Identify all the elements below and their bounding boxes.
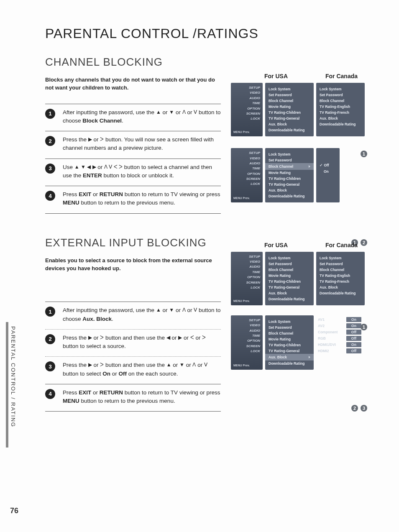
- osd-sidebar: SETUP VIDEO AUDIO TIME OPTION SCREEN LOC…: [231, 83, 263, 136]
- step-text: Press EXIT or RETURN button to return to…: [63, 190, 221, 207]
- step-bullet: 2: [45, 136, 55, 146]
- osd-badges: 1: [361, 324, 367, 330]
- osd-menu-row-2: SETUP VIDEO AUDIO TIME OPTION SCREEN LOC…: [231, 315, 369, 370]
- step-bullet: 1: [45, 307, 55, 317]
- step-bullet: 4: [45, 191, 55, 201]
- osd-menu-row-1: SETUP VIDEO AUDIO TIME OPTION SCREEN LOC…: [231, 83, 369, 136]
- ext-block-row: Enables you to select a source to block …: [0, 257, 399, 412]
- label-usa: For USA: [264, 242, 288, 248]
- ext-block-steps: 1 After inputting the password, use the …: [45, 302, 221, 412]
- step-bullet: 4: [45, 389, 55, 399]
- step-bullet: 3: [45, 164, 55, 174]
- step-bullet: 1: [45, 109, 55, 119]
- step: 3 Press the ▶ or ᐳ button and then use t…: [45, 356, 221, 384]
- step-text: Press the ▶ or ᐳ button. You will now se…: [63, 136, 221, 153]
- region-labels: For USA For Canada: [264, 73, 369, 79]
- osd-menu-row-2: SETUP VIDEO AUDIO TIME OPTION SCREEN LOC…: [231, 148, 369, 202]
- step-bullet: 3: [45, 361, 55, 371]
- osd-usa-panel: Lock SystemSet PasswordBlock ChannelMovi…: [265, 252, 314, 305]
- channel-blocking-intro: Blocks any channels that you do not want…: [45, 76, 219, 92]
- step: 4 Press EXIT or RETURN button to return …: [45, 384, 221, 412]
- osd-usa-panel: Lock SystemSet PasswordBlock ChannelMovi…: [265, 83, 314, 136]
- step-text: After inputting the password, use the ▲ …: [63, 108, 221, 125]
- osd-usa-panel-highlight: Lock SystemSet PasswordBlock ChannelMovi…: [265, 315, 314, 370]
- osd-menu-row-1: SETUP VIDEO AUDIO TIME OPTION SCREEN LOC…: [231, 252, 369, 305]
- channel-blocking-steps: 1 After inputting the password, use the …: [45, 104, 221, 214]
- osd-sub-options: Off On: [316, 148, 340, 202]
- step-bullet: 2: [45, 334, 55, 344]
- osd-usa-panel-highlight: Lock SystemSet Password Block Channel Mo…: [265, 148, 314, 202]
- chevron-right-icon: [307, 354, 310, 360]
- osd-sidebar: SETUP VIDEO AUDIO TIME OPTION SCREEN LOC…: [231, 252, 263, 305]
- section-channel-blocking-title: CHANNEL BLOCKING: [45, 56, 399, 69]
- osd-badges: 1: [361, 151, 367, 157]
- step: 2 Press the ▶ or ᐳ button. You will now …: [45, 131, 221, 159]
- osd-sidebar: SETUP VIDEO AUDIO TIME OPTION SCREEN LOC…: [231, 315, 263, 370]
- label-canada: For Canada: [325, 242, 358, 248]
- channel-blocking-row: Blocks any channels that you do not want…: [0, 76, 399, 214]
- step: 2 Press the ▶ or ᐳ button and then use t…: [45, 329, 221, 357]
- page-title: PARENTAL CONTROL /RATINGS: [45, 26, 399, 41]
- osd-sidebar: SETUP VIDEO AUDIO TIME OPTION SCREEN LOC…: [231, 148, 263, 202]
- step-text: Press EXIT or RETURN button to return to…: [63, 389, 221, 406]
- step: 1 After inputting the password, use the …: [45, 104, 221, 131]
- step-text: After inputting the password, use the ▲ …: [63, 306, 221, 323]
- chevron-right-icon: [307, 164, 310, 169]
- step-text: Press the ▶ or ᐳ button and then use the…: [63, 334, 221, 351]
- channel-blocking-menus: For USA For Canada SETUP VIDEO AUDIO TIM…: [231, 73, 369, 206]
- osd-canada-panel: Lock SystemSet PasswordBlock ChannelTV R…: [316, 252, 365, 305]
- label-canada: For Canada: [325, 73, 358, 79]
- ext-block-menus: For USA For Canada SETUP VIDEO AUDIO TIM…: [231, 242, 369, 373]
- step-text: Press the ▶ or ᐳ button and then use the…: [63, 361, 221, 378]
- label-usa: For USA: [264, 73, 288, 79]
- osd-canada-panel: Lock SystemSet PasswordBlock ChannelTV R…: [316, 83, 365, 136]
- region-labels: For USA For Canada: [264, 242, 369, 248]
- step: 3 Use ▲ ▼ ◀ ▶ or ᐱ ᐯ ᐸ ᐳ button to selec…: [45, 159, 221, 186]
- step: 4 Press EXIT or RETURN button to return …: [45, 186, 221, 214]
- page-number: 76: [10, 506, 18, 515]
- step-text: Use ▲ ▼ ◀ ▶ or ᐱ ᐯ ᐸ ᐳ button to select …: [63, 163, 221, 180]
- step: 1 After inputting the password, use the …: [45, 302, 221, 329]
- ext-block-intro: Enables you to select a source to block …: [45, 257, 219, 273]
- osd-badges: 2 3: [351, 405, 367, 412]
